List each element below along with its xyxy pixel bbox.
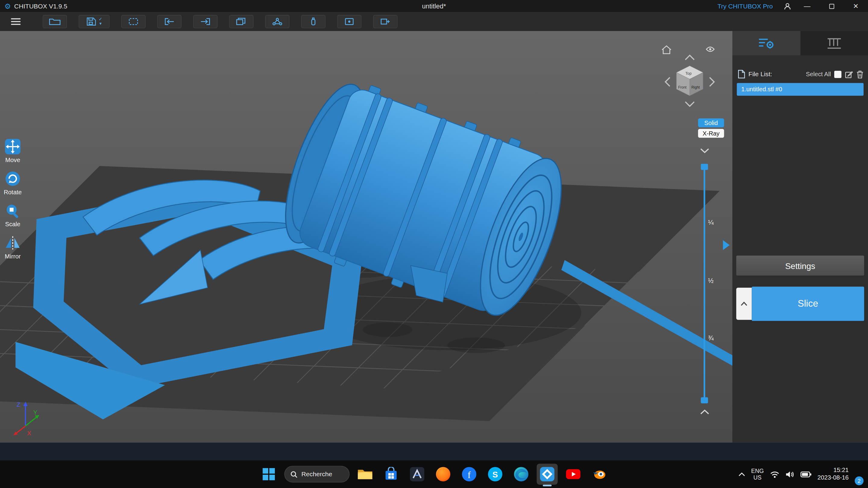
slider-half-label: ½ [708,276,713,284]
settings-button[interactable]: Settings [736,256,864,275]
mirror-tool-label: Mirror [5,253,21,259]
volume-icon[interactable] [785,470,794,478]
redo-button[interactable] [193,15,218,28]
slider-step-down-icon[interactable] [700,148,709,153]
undo-icon [163,17,176,26]
view-cube[interactable]: Top Front Right [662,46,714,106]
mirror-tool-button[interactable]: Mirror [0,235,25,260]
file-list-item[interactable]: 1.untitled.stl #0 [737,83,864,96]
file-list-label: File List: [748,71,772,77]
panel-collapse-arrow[interactable] [723,240,730,250]
battery-icon[interactable] [800,471,811,477]
chitubox-icon[interactable] [537,464,558,485]
axis-y-label: Y [33,409,37,416]
slice-settings-icon [758,36,775,50]
skype-icon[interactable]: S [485,464,506,485]
cube-right-label: Right [691,85,700,90]
hollow-button[interactable] [265,15,290,28]
rename-icon[interactable] [845,70,853,78]
capture-icon [127,17,139,26]
home-view-icon[interactable] [662,46,671,54]
file-explorer-icon[interactable] [354,464,375,485]
try-pro-link[interactable]: Try CHITUBOX Pro [718,3,773,9]
select-all-label: Select All [806,71,831,77]
tray-expand-icon[interactable] [738,472,745,476]
save-file-button[interactable]: ✓▾ [79,15,110,28]
svg-text:f: f [467,469,471,480]
minimize-button[interactable]: — [795,0,819,12]
open-file-button[interactable] [42,15,67,28]
microsoft-store-icon[interactable] [381,464,402,485]
capture-button[interactable] [121,15,146,28]
slider-quarter-label: ¼ [708,219,713,227]
app-window: ⚙ CHITUBOX V1.9.5 untitled* Try CHITUBOX… [0,0,868,488]
delete-icon[interactable] [856,70,864,78]
axis-gizmo: Z Y X [13,401,39,437]
rotate-up-arrow[interactable] [685,56,694,60]
menu-button[interactable] [0,19,31,25]
support-settings-icon [827,37,842,49]
rotate-left-arrow[interactable] [665,77,670,86]
search-input[interactable]: Recherche [284,466,350,483]
slice-button[interactable]: Slice [752,287,864,321]
edge-icon[interactable] [510,464,532,485]
axis-x-label: X [27,430,31,437]
design-app-icon[interactable] [407,464,428,485]
search-placeholder: Recherche [301,471,332,478]
axis-z-label: Z [17,401,20,408]
xray-mode-button[interactable]: X-Ray [698,129,724,138]
rotate-down-arrow[interactable] [685,102,694,106]
maximize-button[interactable] [819,0,844,12]
undo-button[interactable] [157,15,182,28]
move-tool-button[interactable]: Move [0,138,25,163]
notification-badge[interactable]: 2 [855,476,864,485]
title-bar: ⚙ CHITUBOX V1.9.5 untitled* Try CHITUBOX… [0,0,868,12]
save-options-caret[interactable]: ✓▾ [98,17,102,26]
move-tool-label: Move [5,157,20,163]
solid-mode-button[interactable]: Solid [698,119,724,127]
slider-step-up-icon[interactable] [700,410,709,415]
start-button[interactable] [258,464,279,485]
layer-slider-track[interactable] [704,166,705,401]
slice-expand-button[interactable] [736,288,752,320]
copy-icon [236,17,247,26]
auto-arrange-button[interactable] [373,15,398,28]
rotate-tool-label: Rotate [4,189,22,195]
select-all-checkbox[interactable] [834,70,841,78]
file-icon [738,70,745,78]
infill-button[interactable] [337,15,362,28]
layer-slider-bottom-handle[interactable] [701,397,708,403]
firefox-icon[interactable] [433,464,454,485]
rotate-icon [4,170,21,187]
tab-slice-settings[interactable] [733,31,800,56]
wifi-icon[interactable] [770,470,779,478]
scale-tool-button[interactable]: Scale [0,202,25,227]
chevron-up-icon [741,301,747,306]
facebook-icon[interactable]: f [459,464,480,485]
svg-text:S: S [493,470,498,479]
redo-icon [199,17,211,26]
status-strip [0,443,868,460]
perspective-eye-icon[interactable] [707,47,714,52]
rotate-right-arrow[interactable] [710,77,714,86]
viewport-3d[interactable]: Z Y X Top Front Right [0,31,733,443]
file-list-header: File List: Select All [738,70,864,78]
language-indicator[interactable]: ENG US [751,467,764,481]
viewport-3d-scene[interactable]: Z Y X Top Front Right [0,31,733,443]
blender-icon[interactable] [589,464,610,485]
windows-logo-icon [261,467,276,481]
tray-date: 2023-08-16 [817,474,848,482]
copy-button[interactable] [229,15,253,28]
tab-support-settings[interactable] [800,31,868,56]
move-icon [4,138,21,155]
user-account-icon[interactable] [779,2,795,10]
dig-hole-button[interactable] [301,15,326,28]
layer-slider-top-handle[interactable] [701,164,708,170]
close-button[interactable]: ✕ [844,0,868,12]
scale-icon [4,202,21,219]
rotate-tool-button[interactable]: Rotate [0,170,25,195]
infill-icon [343,17,355,26]
clock[interactable]: 15:21 2023-08-16 [817,466,848,482]
youtube-icon[interactable] [563,464,584,485]
transform-tool-palette: Move Rotate Scale Mirror [0,138,25,259]
